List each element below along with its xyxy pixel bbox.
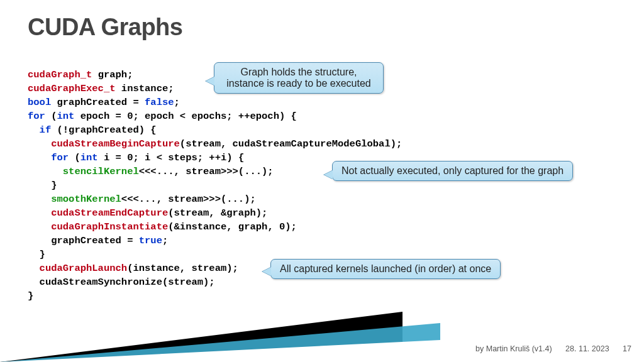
footer-date: 28. 11. 2023: [565, 344, 609, 353]
code-token: (!graphCreated) {: [51, 124, 156, 136]
code-token: (: [69, 152, 80, 163]
code-token: cudaStreamBeginCapture: [51, 138, 180, 150]
code-token: [28, 207, 51, 219]
code-token: }: [28, 180, 57, 191]
code-token: [28, 138, 51, 150]
callout-text: All captured kernels launched (in order)…: [280, 263, 491, 274]
slide-title: CUDA Graphs: [28, 14, 182, 41]
callout-not-executed: Not actually executed, only captured for…: [332, 161, 573, 181]
code-token: [28, 221, 51, 233]
slide-footer: by Martin Kruliš (v1.4) 28. 11. 2023 17: [464, 344, 631, 353]
code-token: true: [139, 235, 162, 246]
code-token: epoch = 0; epoch < epochs; ++epoch) {: [74, 111, 296, 122]
code-token: int: [57, 111, 75, 122]
code-token: bool: [28, 97, 51, 108]
code-token: int: [80, 152, 98, 163]
code-token: cudaGraphInstantiate: [51, 221, 168, 233]
code-token: instance;: [116, 83, 174, 94]
code-token: cudaGraphExec_t: [28, 83, 116, 94]
svg-marker-0: [0, 312, 402, 362]
code-token: graphCreated =: [51, 97, 145, 108]
code-token: i = 0; i < steps; ++i) {: [98, 152, 245, 163]
slide: CUDA Graphs cudaGraph_t graph; cudaGraph…: [0, 0, 644, 362]
callout-graph-structure: Graph holds the structure, instance is r…: [214, 62, 384, 94]
code-token: (stream, cudaStreamCaptureModeGlobal);: [180, 138, 402, 150]
code-token: (instance, stream);: [127, 263, 238, 274]
code-token: if: [40, 124, 52, 136]
code-token: <<<..., stream>>>(...);: [121, 194, 256, 205]
code-token: <<<..., stream>>>(...);: [139, 166, 274, 177]
code-token: for: [51, 152, 69, 163]
code-token: (&instance, graph, 0);: [168, 221, 297, 233]
callout-tail-icon: [206, 77, 214, 85]
svg-marker-1: [0, 323, 440, 362]
code-token: graphCreated =: [28, 235, 139, 246]
code-token: (stream, &graph);: [168, 207, 267, 219]
code-token: for: [28, 111, 45, 122]
code-token: [28, 263, 40, 274]
code-token: [28, 166, 63, 177]
callout-tail-icon: [324, 170, 333, 179]
callout-text: Not actually executed, only captured for…: [341, 165, 564, 176]
code-token: [28, 152, 51, 163]
code-token: }: [28, 290, 33, 302]
code-token: cudaStreamEndCapture: [51, 207, 168, 219]
code-token: graph;: [92, 69, 133, 80]
code-token: ;: [174, 97, 180, 108]
code-token: [28, 194, 51, 205]
decorative-wedge: [0, 305, 644, 362]
callout-tail-icon: [262, 267, 271, 276]
code-token: smoothKernel: [51, 194, 121, 205]
code-token: cudaGraph_t: [28, 69, 92, 80]
code-token: ;: [162, 235, 168, 246]
callout-text: Graph holds the structure, instance is r…: [223, 67, 374, 89]
code-token: (: [45, 111, 57, 122]
code-token: cudaGraphLaunch: [40, 263, 128, 274]
callout-launch-all: All captured kernels launched (in order)…: [270, 259, 501, 279]
code-token: stencilKernel: [63, 166, 139, 177]
footer-author: by Martin Kruliš (v1.4): [475, 344, 552, 353]
code-token: cudaStreamSynchronize(stream);: [28, 277, 215, 288]
code-token: false: [145, 97, 174, 108]
footer-page: 17: [623, 344, 631, 353]
code-token: }: [28, 249, 45, 260]
code-token: [28, 124, 40, 136]
